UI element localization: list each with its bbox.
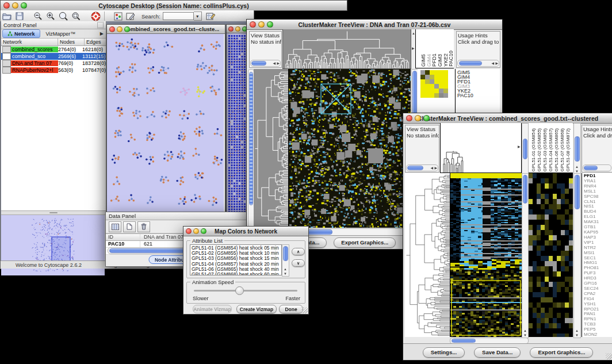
move-up-button[interactable]: ∧ xyxy=(292,248,305,255)
tv2-footer-button[interactable]: Export Graphics... xyxy=(530,347,593,358)
tv1-column-label[interactable]: YKE2 xyxy=(443,53,449,67)
zoom-selected-icon[interactable] xyxy=(70,11,82,22)
tab-network[interactable]: Network xyxy=(2,29,40,38)
attribute-list-group: Attribute List GPL51-01 (GSM854) heat sh… xyxy=(186,240,305,278)
tv2-zoom-vscrollbar[interactable]: ▲ ▼ xyxy=(573,173,581,338)
close-icon[interactable] xyxy=(228,26,234,32)
tv1-footer-button[interactable]: Export Graphics... xyxy=(334,237,396,248)
minimize-icon[interactable] xyxy=(415,115,421,121)
close-icon[interactable] xyxy=(250,21,256,28)
tv1-status-scrollbar[interactable]: ◀ ▶ xyxy=(250,60,281,67)
tv1-hints-scrollbar[interactable]: ◀ ▶ xyxy=(457,60,499,67)
resize-grip[interactable] xyxy=(301,307,308,313)
zoom-window-icon[interactable] xyxy=(423,115,430,121)
window-title: Cytoscape Desktop (Session Name: collins… xyxy=(1,2,347,9)
tv2-row-dendrogram[interactable] xyxy=(405,173,450,337)
tv2-column-label[interactable]: GPL51-04 (GSM857) xyxy=(548,128,554,172)
data-panel-title: Data Panel xyxy=(109,213,136,219)
tv2-column-label[interactable]: GPL51-01 (GSM854) xyxy=(531,128,537,172)
tv2-column-label[interactable]: GPL51-08 (GSM872) xyxy=(565,128,571,172)
zoom-window-icon[interactable] xyxy=(124,26,130,32)
create-vizmap-button[interactable]: Create Vizmap xyxy=(236,305,277,313)
tv2-column-labels: GPL51-01 (GSM854)GPL51-02 (GSM855)GPL51-… xyxy=(529,123,573,173)
tv1-heatmap[interactable] xyxy=(288,69,411,228)
network-canvas[interactable] xyxy=(107,34,224,214)
float-panel-icon[interactable] xyxy=(97,22,104,28)
tv2-zoom-heatmap[interactable] xyxy=(529,173,573,337)
close-icon[interactable] xyxy=(406,115,412,121)
zoom-window-icon[interactable] xyxy=(267,21,273,28)
tv2-heatmap[interactable] xyxy=(450,173,522,337)
tv2-header-scrollbar[interactable] xyxy=(522,123,529,174)
tv2-heatmap-vscrollbar[interactable]: ▲ ▼ xyxy=(522,173,529,338)
close-icon[interactable] xyxy=(3,2,10,9)
tv2-labels-scrollbar[interactable]: ▲ ▼ xyxy=(573,123,581,174)
delete-attribute-icon[interactable] xyxy=(137,221,150,232)
network-list-row[interactable]: RNAPuberNov2+l 563(0) 107847(0) xyxy=(1,67,106,74)
tv1-column-label[interactable]: PFD1 xyxy=(431,53,437,67)
network-list-row[interactable]: combined_sco 2569(6) 13112(15) xyxy=(1,53,106,60)
tv2-column-dendrogram[interactable] xyxy=(440,123,522,173)
open-session-button[interactable] xyxy=(1,11,13,22)
select-attributes-icon[interactable] xyxy=(109,221,121,232)
close-icon[interactable] xyxy=(109,26,115,32)
zoom-in-icon[interactable] xyxy=(44,11,57,22)
window-controls[interactable] xyxy=(3,2,27,9)
tv2-footer-button[interactable]: Save Data... xyxy=(474,347,521,358)
search-dropdown-icon[interactable]: ▼ xyxy=(194,12,202,21)
new-attribute-icon[interactable] xyxy=(123,221,136,232)
done-button[interactable]: Done xyxy=(279,305,303,313)
tv2-status-scrollbar[interactable]: ◀ ▶ xyxy=(406,164,438,171)
network-list-row[interactable]: combined_scores 2764(0) 16218(0) xyxy=(1,46,106,53)
network-table-header[interactable]: Network Nodes Edges xyxy=(1,39,106,46)
speed-slider-thumb[interactable] xyxy=(235,286,244,295)
minimize-icon[interactable] xyxy=(193,228,199,234)
cytoscape-titlebar[interactable]: Cytoscape Desktop (Session Name: collins… xyxy=(0,0,347,11)
zoom-fit-icon[interactable] xyxy=(57,11,70,22)
tv1-row-dendrogram[interactable] xyxy=(254,69,288,228)
network-window-title: combined_scores_good.txt--cluste... xyxy=(124,26,225,32)
tv1-column-label[interactable]: PAC10 xyxy=(448,51,454,67)
tv2-column-label[interactable]: GPL51-03 (GSM856) xyxy=(542,128,548,172)
zoom-window-icon[interactable] xyxy=(201,228,206,234)
tv1-column-dendrogram[interactable] xyxy=(282,29,411,69)
minimize-icon[interactable] xyxy=(235,26,240,32)
tab-overflow-icon[interactable]: ▶ xyxy=(100,31,104,36)
animate-vizmap-button[interactable]: Animate Vizmap xyxy=(193,305,232,313)
gene-label[interactable]: MON2 xyxy=(584,332,612,338)
tv1-column-label[interactable]: GIM4 xyxy=(426,54,432,67)
tv1-column-label[interactable]: GIM3 xyxy=(437,54,443,67)
panel-splitter[interactable] xyxy=(1,211,106,215)
tv1-row-label[interactable]: PAC10 xyxy=(457,93,500,98)
tv2-column-label[interactable]: GPL51-07 (GSM868) xyxy=(560,128,565,172)
close-icon[interactable] xyxy=(186,228,192,234)
attribute-list[interactable]: GPL51-01 (GSM854) heat shock 05 minGPL51… xyxy=(190,244,282,275)
help-lifering-icon[interactable] xyxy=(89,11,102,22)
zoom-out-icon[interactable] xyxy=(32,11,44,22)
tv1-zoom-heatmap[interactable] xyxy=(420,70,449,98)
tv2-column-label[interactable]: GPL51-02 (GSM855) xyxy=(537,128,542,172)
attribute-list-item[interactable]: GPL51-07 (GSM868) heat shock 60 min xyxy=(192,272,281,275)
zoom-window-icon[interactable] xyxy=(21,2,27,9)
vizmapper-icon[interactable] xyxy=(112,11,124,22)
network-list-row[interactable]: DNA and Tran 07 769(0) 183728(0) xyxy=(1,60,106,67)
tv2-hints-scrollbar[interactable] xyxy=(583,164,611,171)
minimize-icon[interactable] xyxy=(117,26,123,32)
minimize-icon[interactable] xyxy=(12,2,18,9)
resize-grip[interactable] xyxy=(606,353,612,359)
minimize-icon[interactable] xyxy=(258,21,265,28)
animation-speed-label: Animation Speed xyxy=(190,279,235,285)
attribute-list-scrollbar[interactable]: ▲ ▼ xyxy=(282,244,289,277)
map-colors-dialog: Map Colors to Network Attribute List GPL… xyxy=(183,226,309,315)
annotation-icon[interactable] xyxy=(124,11,137,22)
tab-vizmapper[interactable]: VizMapper™ xyxy=(40,31,82,37)
tv2-gene-labels: PFD1YRA1RNR4MSL1SPC98CLN1NIS1BUD4ELG1MAK… xyxy=(582,173,612,337)
tv2-column-label[interactable]: GPL51-06 (GSM865) xyxy=(554,128,560,172)
speed-slider[interactable] xyxy=(194,290,297,292)
attribute-editor-icon[interactable] xyxy=(204,11,217,22)
tv2-footer-button[interactable]: Settings... xyxy=(423,347,465,358)
search-input[interactable] xyxy=(163,12,194,20)
tv1-column-label[interactable]: GIM5 xyxy=(420,54,426,67)
move-down-button[interactable]: ∨ xyxy=(292,259,305,267)
save-session-button[interactable] xyxy=(13,11,26,22)
